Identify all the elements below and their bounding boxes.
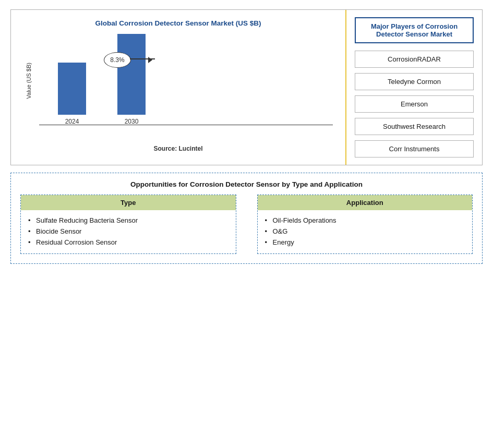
type-item-3: • Residual Corrosion Sensor <box>28 238 229 246</box>
bullet-2: • <box>28 227 33 235</box>
bar-2024 <box>58 63 86 115</box>
player-item-2: Teledyne Cormon <box>355 73 474 90</box>
bullet-a3: • <box>265 238 270 246</box>
annotation-bubble: 8.3% <box>104 52 131 68</box>
bar-2024-label: 2024 <box>65 118 79 125</box>
source-text: Source: Lucintel <box>153 145 202 152</box>
application-col-items: • Oil-Fields Operations • O&G • Energy <box>258 216 473 246</box>
type-item-1: • Sulfate Reducing Bacteria Sensor <box>28 216 229 224</box>
bar-2030 <box>117 34 146 115</box>
bottom-cols: Type • Sulfate Reducing Bacteria Sensor … <box>20 195 473 254</box>
application-item-2: • O&G <box>265 227 465 235</box>
chart-area: Value (US $B) 2024 2030 <box>23 37 333 141</box>
bars-container: 2024 2030 8.3% <box>42 37 333 125</box>
type-item-2: • Biocide Sensor <box>28 227 229 235</box>
player-item-1: CorrosionRADAR <box>355 51 474 68</box>
y-axis-label: Value (US $B) <box>26 63 32 99</box>
bar-2030-group: 2030 <box>117 34 146 125</box>
bar-2030-label: 2030 <box>125 118 139 125</box>
chart-title: Global Corrosion Detector Sensor Market … <box>95 19 261 27</box>
application-item-1: • Oil-Fields Operations <box>265 216 465 224</box>
application-col-header: Application <box>258 195 473 210</box>
chart-panel: Global Corrosion Detector Sensor Market … <box>11 10 346 165</box>
bottom-section: Opportunities for Corrosion Detector Sen… <box>10 173 483 264</box>
opportunities-title: Opportunities for Corrosion Detector Sen… <box>20 180 473 188</box>
type-col-items: • Sulfate Reducing Bacteria Sensor • Bio… <box>21 216 236 246</box>
bullet-a1: • <box>265 216 270 224</box>
bullet-3: • <box>28 238 33 246</box>
bar-2024-group: 2024 <box>58 63 86 125</box>
players-title: Major Players of Corrosion Detector Sens… <box>355 17 474 43</box>
application-item-3: • Energy <box>265 238 465 246</box>
type-col-box: Type • Sulfate Reducing Bacteria Sensor … <box>20 195 236 254</box>
type-col-header: Type <box>21 195 236 210</box>
bullet-1: • <box>28 216 33 224</box>
player-item-5: Corr Instruments <box>355 140 474 158</box>
annotation-arrow <box>130 58 155 59</box>
player-item-4: Southwest Research <box>355 118 474 135</box>
application-col-box: Application • Oil-Fields Operations • O&… <box>257 195 473 254</box>
players-panel: Major Players of Corrosion Detector Sens… <box>346 10 482 165</box>
bullet-a2: • <box>265 227 270 235</box>
player-item-3: Emerson <box>355 95 474 113</box>
